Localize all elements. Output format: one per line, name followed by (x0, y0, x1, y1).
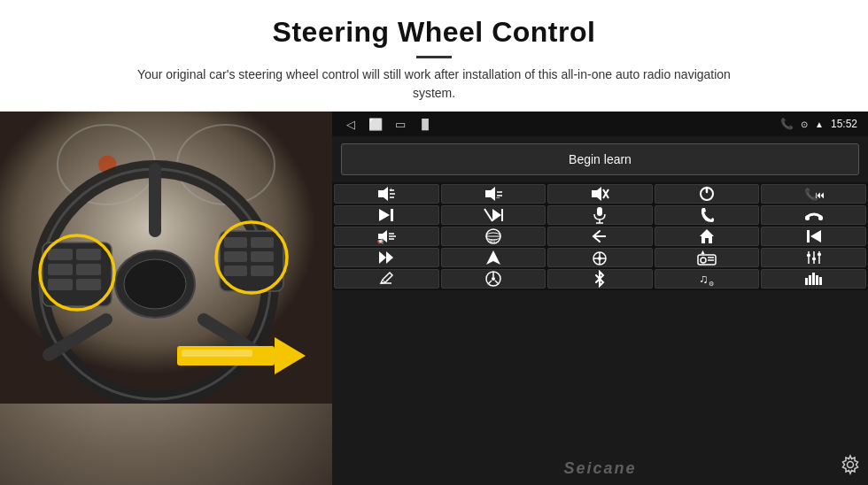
title-divider (416, 56, 452, 58)
begin-learn-row: Begin learn (332, 136, 868, 182)
vol-up-btn[interactable]: + (334, 184, 439, 204)
next-btn[interactable] (334, 205, 439, 225)
signal-icon: ▐▌ (417, 119, 433, 129)
steering-photo: ⬤ (0, 112, 332, 485)
svg-rect-25 (251, 266, 274, 276)
eject-btn[interactable] (547, 248, 653, 267)
svg-rect-86 (818, 253, 821, 256)
svg-rect-68 (807, 230, 810, 242)
hangup-btn[interactable] (761, 205, 866, 225)
svg-rect-23 (251, 251, 274, 262)
svg-line-92 (488, 281, 492, 284)
svg-marker-49 (492, 209, 501, 221)
svg-text:♫: ♫ (699, 272, 709, 286)
power-btn[interactable] (655, 184, 760, 204)
location-icon: ⊙ (801, 119, 808, 129)
status-bar-right: 📞 ⊙ ▲ 15:52 (780, 118, 857, 130)
steering-btn[interactable] (441, 269, 546, 289)
svg-text:⚙: ⚙ (709, 281, 714, 287)
control-grid: + − 📞⏮ 📢 360° (332, 182, 868, 290)
svg-marker-70 (386, 251, 393, 264)
svg-rect-98 (812, 273, 815, 285)
svg-marker-39 (592, 187, 601, 201)
subtitle-text: Your original car's steering wheel contr… (124, 65, 744, 103)
svg-rect-21 (251, 237, 274, 248)
svg-rect-100 (819, 277, 822, 285)
svg-rect-82 (807, 254, 810, 257)
svg-rect-55 (818, 216, 823, 220)
svg-rect-15 (76, 264, 101, 275)
svg-rect-22 (224, 251, 247, 262)
svg-text:−: − (496, 194, 500, 202)
status-bar-left: ◁ ⬜ ▭ ▐▌ (343, 119, 433, 129)
svg-marker-71 (486, 250, 500, 265)
svg-text:▲: ▲ (700, 250, 706, 255)
mic-btn[interactable] (547, 205, 653, 225)
steering-wheel-svg: ⬤ (0, 112, 332, 404)
back-nav-icon[interactable]: ◁ (343, 119, 359, 129)
svg-text:📢: 📢 (377, 238, 384, 244)
svg-rect-99 (816, 275, 818, 285)
svg-point-101 (848, 462, 854, 468)
svg-point-77 (701, 258, 706, 263)
phone-btn[interactable] (655, 205, 760, 225)
begin-learn-button[interactable]: Begin learn (341, 143, 859, 175)
svg-rect-16 (48, 279, 73, 290)
home-btn[interactable] (655, 227, 760, 246)
vol-down-btn[interactable]: − (441, 184, 546, 204)
svg-rect-50 (501, 209, 503, 221)
status-bar: ◁ ⬜ ▭ ▐▌ 📞 ⊙ ▲ 15:52 (332, 112, 868, 136)
android-screen: ◁ ⬜ ▭ ▐▌ 📞 ⊙ ▲ 15:52 Begin learn (332, 112, 868, 485)
svg-rect-51 (597, 207, 602, 216)
svg-point-75 (598, 257, 601, 260)
eq-sliders-btn[interactable] (761, 248, 866, 267)
music-btn[interactable]: ♫⚙ (655, 269, 760, 289)
horn-btn[interactable]: 📢 (334, 227, 439, 246)
mute-skip-btn[interactable] (441, 205, 546, 225)
svg-rect-84 (812, 258, 816, 260)
svg-rect-14 (48, 264, 73, 275)
svg-marker-67 (810, 230, 821, 242)
svg-marker-35 (485, 187, 495, 201)
svg-rect-97 (809, 275, 811, 285)
content-row: ⬤ (0, 112, 868, 485)
svg-marker-66 (700, 229, 714, 243)
svg-rect-24 (224, 266, 247, 276)
svg-rect-29 (182, 350, 252, 357)
pen-btn[interactable] (334, 269, 439, 289)
photo-bg: ⬤ (0, 112, 332, 485)
svg-rect-13 (76, 249, 101, 260)
radio-btn[interactable]: ▲ (655, 248, 760, 267)
recent-nav-icon[interactable]: ▭ (392, 119, 408, 129)
back-btn[interactable] (547, 227, 653, 246)
svg-line-48 (484, 209, 492, 221)
page-container: Steering Wheel Control Your original car… (0, 0, 868, 485)
prev-btn[interactable] (761, 227, 866, 246)
svg-rect-20 (224, 237, 247, 248)
wifi-icon: ▲ (815, 119, 824, 129)
screen-wrapper: + − 📞⏮ 📢 360° (332, 182, 868, 485)
header-section: Steering Wheel Control Your original car… (0, 0, 868, 112)
bluetooth-btn[interactable] (547, 269, 653, 289)
svg-rect-47 (391, 209, 393, 221)
sound-bars-btn[interactable] (761, 269, 866, 289)
svg-rect-17 (76, 279, 101, 290)
svg-marker-30 (378, 187, 388, 201)
svg-point-90 (492, 277, 495, 281)
svg-point-10 (124, 259, 186, 309)
svg-marker-69 (379, 251, 386, 264)
time-display: 15:52 (831, 118, 857, 130)
cam-360-btn[interactable]: 360° (441, 227, 546, 246)
mute-btn[interactable] (547, 184, 653, 204)
page-title: Steering Wheel Control (35, 16, 833, 49)
phone-prev-btn[interactable]: 📞⏮ (761, 184, 866, 204)
svg-rect-96 (805, 278, 808, 285)
svg-text:⏮: ⏮ (815, 189, 824, 200)
home-nav-icon[interactable]: ⬜ (368, 119, 384, 129)
svg-line-93 (495, 281, 499, 284)
gps-btn[interactable] (441, 248, 546, 267)
svg-text:+: + (389, 186, 393, 194)
fast-fwd-btn[interactable] (334, 248, 439, 267)
svg-marker-46 (379, 209, 390, 221)
settings-gear-icon[interactable] (840, 454, 861, 480)
